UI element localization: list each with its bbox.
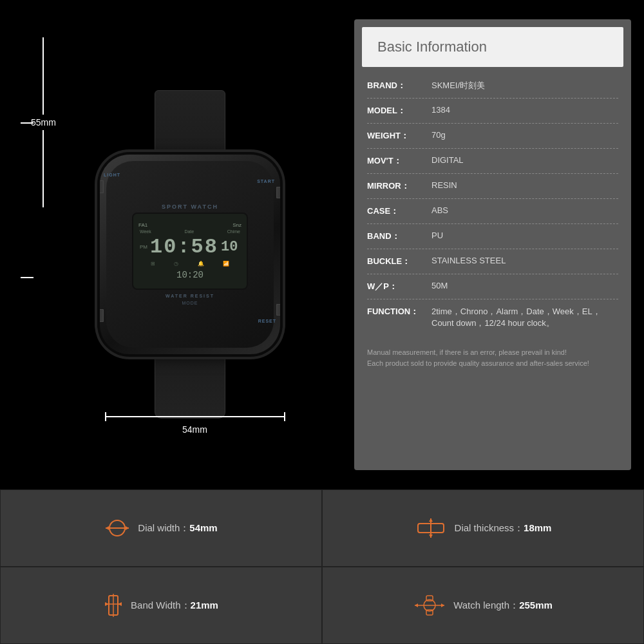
- watch-section: 55mm: [13, 19, 341, 470]
- info-rows: BRAND： SKMEI/时刻美 MODEL： 1384 WEIGHT： 70g…: [354, 67, 631, 342]
- info-row-function: FUNCTION： 2time，Chrono，Alarm，Date，Week，E…: [367, 299, 618, 336]
- info-row-buckle: BUCKLE： STAINLESS STEEL: [367, 249, 618, 274]
- info-row-brand: BRAND： SKMEI/时刻美: [367, 73, 618, 99]
- left-button-top: [100, 180, 104, 193]
- val-band: PU: [431, 231, 618, 240]
- band-width-value: 21mm: [191, 600, 218, 611]
- screen-time-row: PM 10:58 10: [136, 235, 244, 259]
- watch-length-icon-group: [413, 594, 446, 616]
- week-label: Week: [140, 229, 151, 234]
- key-model: MODEL：: [367, 105, 431, 117]
- dim-55-bottom-arrow: [21, 277, 33, 278]
- watch-bezel: SPORT WATCH FA1 Snz Week Date Chime: [106, 161, 274, 348]
- chime-label: Chime: [227, 229, 240, 234]
- info-title: Basic Information: [377, 39, 608, 55]
- info-row-wp: W／P： 50M: [367, 274, 618, 299]
- dimension-55mm: 55mm: [31, 37, 56, 207]
- val-movt: DIGITAL: [431, 155, 618, 165]
- dial-thickness-icon-group: [415, 517, 447, 539]
- band-width-icon: [104, 592, 123, 618]
- watch-screen: FA1 Snz Week Date Chime PM 10:58: [132, 213, 248, 290]
- info-panel: Basic Information BRAND： SKMEI/时刻美 MODEL…: [354, 19, 631, 470]
- band-width-icon-group: [104, 592, 123, 618]
- screen-bottom-time: 10:20: [176, 270, 204, 280]
- info-note: Manual measurement, if there is an error…: [354, 342, 631, 379]
- key-wp: W／P：: [367, 281, 431, 292]
- watch-image: SPORT WATCH FA1 Snz Week Date Chime: [68, 77, 312, 425]
- spec-dial-width: Dial width：54mm: [0, 489, 322, 567]
- watch-brand-label: SPORT WATCH: [162, 204, 218, 210]
- dial-thickness-text: Dial thickness：18mm: [455, 522, 552, 535]
- val-function: 2time，Chrono，Alarm，Date，Week，EL，Count do…: [431, 306, 618, 329]
- icon-1: ⊞: [151, 261, 155, 267]
- val-mirror: RESIN: [431, 180, 618, 190]
- svg-marker-17: [415, 603, 418, 607]
- key-mirror: MIRROR：: [367, 180, 431, 192]
- val-weight: 70g: [431, 130, 618, 140]
- screen-main-time: 10:58: [150, 235, 218, 259]
- band-width-text: Band Width：21mm: [131, 600, 218, 612]
- watch-length-icon: [413, 594, 446, 616]
- screen-secondary: 10: [221, 239, 238, 255]
- right-button-bottom: [276, 304, 280, 316]
- spec-dial-thickness: Dial thickness：18mm: [322, 489, 644, 567]
- dial-width-value: 54mm: [189, 522, 217, 533]
- dial-width-text: Dial width：54mm: [138, 522, 217, 535]
- date-label: Date: [184, 229, 194, 234]
- info-row-model: MODEL： 1384: [367, 99, 618, 124]
- key-band: BAND：: [367, 231, 431, 242]
- info-row-movt: MOV'T： DIGITAL: [367, 149, 618, 174]
- left-button-bottom: [100, 309, 104, 322]
- key-weight: WEIGHT：: [367, 130, 431, 142]
- start-label: START: [257, 179, 275, 184]
- right-button-top: [276, 187, 280, 198]
- screen-labels-row: Week Date Chime: [136, 229, 244, 234]
- svg-marker-18: [441, 603, 444, 607]
- info-row-mirror: MIRROR： RESIN: [367, 174, 618, 199]
- watch-length-text: Watch length：255mm: [453, 600, 553, 612]
- val-model: 1384: [431, 105, 618, 115]
- specs-row-2: Band Width：21mm Watch length：255mm: [0, 567, 644, 644]
- main-area: 55mm: [0, 0, 644, 489]
- dial-width-icon: [104, 517, 130, 539]
- svg-marker-6: [429, 518, 433, 522]
- key-case: CASE：: [367, 205, 431, 217]
- spec-band-width: Band Width：21mm: [0, 567, 322, 644]
- watch-length-value: 255mm: [519, 600, 553, 611]
- dial-thickness-icon: [415, 517, 447, 539]
- icon-4: 📶: [223, 261, 229, 267]
- screen-fa1: FA1: [138, 222, 147, 228]
- info-title-bar: Basic Information: [362, 27, 623, 67]
- light-label: LIGHT: [104, 173, 120, 177]
- pm-label: PM: [140, 244, 147, 250]
- dial-thickness-value: 18mm: [524, 522, 551, 533]
- info-row-band: BAND： PU: [367, 224, 618, 249]
- dim-54-label: 54mm: [182, 424, 207, 435]
- specs-row-1: Dial width：54mm Dial thickness：18mm: [0, 489, 644, 567]
- screen-top-row: FA1 Snz: [136, 222, 244, 228]
- val-case: ABS: [431, 205, 618, 215]
- screen-icons-row: ⊞ ◷ 🔔 📶: [136, 261, 244, 267]
- info-row-weight: WEIGHT： 70g: [367, 124, 618, 149]
- watch-case-body: SPORT WATCH FA1 Snz Week Date Chime: [100, 155, 280, 354]
- dial-width-icon-group: [104, 517, 130, 539]
- key-function: FUNCTION：: [367, 306, 431, 329]
- bottom-specs: Dial width：54mm Dial thickness：18mm: [0, 489, 644, 644]
- svg-marker-7: [429, 535, 433, 538]
- val-wp: 50M: [431, 281, 618, 290]
- icon-3: 🔔: [198, 261, 204, 267]
- dimension-54mm-container: 54mm: [68, 412, 303, 435]
- icon-2: ◷: [174, 261, 178, 267]
- key-brand: BRAND：: [367, 80, 431, 91]
- val-buckle: STAINLESS STEEL: [431, 256, 618, 265]
- dim-55-top-arrow: [21, 122, 33, 124]
- reset-label: RESET: [258, 319, 276, 323]
- screen-snz: Snz: [232, 222, 242, 228]
- water-resist-label: WATER RESIST: [166, 294, 214, 298]
- info-row-case: CASE： ABS: [367, 199, 618, 224]
- val-brand: SKMEI/时刻美: [431, 80, 618, 91]
- note-text: Manual measurement, if there is an error…: [367, 348, 589, 367]
- svg-marker-3: [126, 526, 129, 530]
- spec-watch-length: Watch length：255mm: [322, 567, 644, 644]
- svg-marker-2: [106, 526, 109, 530]
